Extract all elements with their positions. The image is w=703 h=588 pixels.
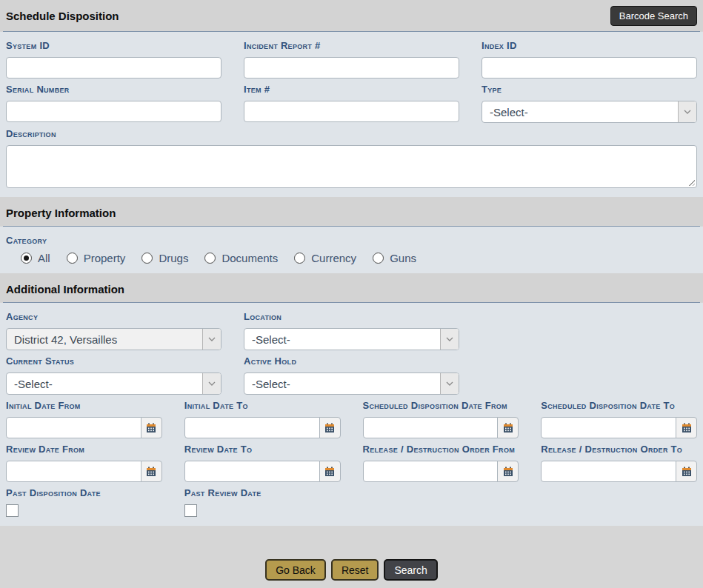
- review-date-to-input[interactable]: [184, 461, 320, 482]
- system-id-input[interactable]: [6, 57, 221, 78]
- radio-icon: [294, 253, 305, 264]
- barcode-search-button[interactable]: Barcode Search: [610, 6, 697, 26]
- radio-label: All: [38, 252, 50, 264]
- active-hold-label: Active Hold: [244, 354, 459, 369]
- past-disposition-date-label: Past Disposition Date: [6, 486, 162, 501]
- calendar-button[interactable]: [497, 417, 519, 438]
- past-review-date-label: Past Review Date: [184, 486, 341, 501]
- type-select[interactable]: -Select-: [482, 101, 697, 123]
- incident-report-input[interactable]: [244, 57, 459, 78]
- calendar-button[interactable]: [497, 461, 519, 482]
- field-incident-report: Incident Report #: [244, 35, 459, 78]
- scheduled-disposition-date-to-label: Scheduled Disposition Date To: [541, 398, 697, 413]
- radio-label: Guns: [390, 252, 416, 264]
- field-item-number: Item #: [244, 78, 459, 123]
- past-disposition-date-checkbox[interactable]: [6, 504, 19, 517]
- search-button[interactable]: Search: [384, 559, 437, 581]
- field-initial-date-to: Initial Date To: [184, 395, 341, 438]
- release-destruction-order-from-label: Release / Destruction Order From: [363, 442, 519, 457]
- property-information-panel: Category All Property Drugs Documents Cu…: [0, 227, 703, 273]
- field-active-hold: Active Hold -Select-: [244, 350, 459, 395]
- serial-number-label: Serial Number: [6, 82, 221, 97]
- active-hold-select-value: -Select-: [244, 378, 440, 390]
- radio-icon: [373, 253, 384, 264]
- system-id-label: System ID: [6, 39, 221, 53]
- review-date-to-label: Review Date To: [184, 442, 341, 457]
- chevron-down-icon: [202, 329, 221, 350]
- index-id-input[interactable]: [482, 57, 697, 78]
- calendar-icon: [324, 423, 335, 433]
- calendar-icon: [503, 467, 513, 477]
- scheduled-disposition-date-to-input[interactable]: [541, 417, 676, 438]
- go-back-button[interactable]: Go Back: [265, 559, 326, 581]
- location-select[interactable]: -Select-: [244, 328, 459, 350]
- type-select-value: -Select-: [482, 106, 678, 118]
- reset-button[interactable]: Reset: [331, 559, 379, 581]
- description-textarea[interactable]: [6, 145, 697, 188]
- radio-category-drugs[interactable]: Drugs: [141, 252, 188, 264]
- item-number-input[interactable]: [244, 101, 459, 122]
- additional-information-title: Additional Information: [6, 283, 697, 295]
- radio-icon: [141, 253, 153, 264]
- calendar-button[interactable]: [319, 461, 341, 482]
- calendar-button[interactable]: [319, 417, 341, 438]
- radio-label: Documents: [221, 252, 278, 264]
- radio-category-property[interactable]: Property: [67, 252, 126, 264]
- chevron-down-icon: [678, 101, 696, 122]
- radio-category-currency[interactable]: Currency: [294, 252, 356, 264]
- field-review-date-from: Review Date From: [6, 438, 162, 482]
- title-bar: Schedule Disposition Barcode Search: [0, 0, 703, 31]
- category-radio-group: All Property Drugs Documents Currency Gu…: [6, 252, 697, 264]
- location-label: Location: [244, 310, 459, 324]
- field-past-disposition-date: Past Disposition Date: [6, 482, 162, 517]
- calendar-button[interactable]: [141, 461, 162, 482]
- location-select-value: -Select-: [244, 333, 440, 346]
- current-status-select[interactable]: -Select-: [6, 372, 221, 395]
- schedule-criteria-panel: System ID Incident Report # Index ID Ser…: [0, 32, 703, 197]
- page-title: Schedule Disposition: [6, 10, 119, 22]
- release-destruction-order-to-label: Release / Destruction Order To: [541, 442, 697, 457]
- agency-select[interactable]: District 42, Versailles: [6, 328, 221, 350]
- field-release-destruction-order-to: Release / Destruction Order To: [541, 438, 697, 482]
- calendar-icon: [146, 467, 156, 477]
- resize-handle[interactable]: [688, 179, 695, 186]
- serial-number-input[interactable]: [6, 101, 221, 122]
- initial-date-from-label: Initial Date From: [6, 398, 162, 413]
- field-index-id: Index ID: [482, 35, 697, 78]
- description-label: Description: [6, 127, 697, 141]
- release-destruction-order-from-input[interactable]: [363, 461, 499, 482]
- field-location: Location -Select-: [244, 306, 459, 350]
- initial-date-to-label: Initial Date To: [184, 398, 341, 413]
- additional-information-header: Additional Information: [0, 273, 703, 302]
- radio-category-guns[interactable]: Guns: [373, 252, 416, 264]
- release-destruction-order-to-input[interactable]: [541, 461, 676, 482]
- radio-icon: [67, 253, 78, 264]
- initial-date-to-input[interactable]: [184, 417, 320, 438]
- type-label: Type: [482, 82, 697, 97]
- radio-category-documents[interactable]: Documents: [204, 252, 278, 264]
- field-agency: Agency District 42, Versailles: [6, 306, 221, 350]
- radio-label: Currency: [311, 252, 356, 264]
- calendar-button[interactable]: [676, 461, 697, 482]
- incident-report-label: Incident Report #: [244, 39, 459, 53]
- past-review-date-checkbox[interactable]: [184, 504, 197, 517]
- field-review-date-to: Review Date To: [184, 438, 341, 482]
- index-id-label: Index ID: [482, 39, 697, 53]
- calendar-button[interactable]: [141, 417, 162, 438]
- agency-select-value: District 42, Versailles: [7, 333, 202, 346]
- field-system-id: System ID: [6, 35, 221, 78]
- radio-icon: [21, 253, 32, 264]
- radio-label: Drugs: [159, 252, 188, 264]
- current-status-label: Current Status: [6, 354, 221, 369]
- footer-actions: Go Back Reset Search: [0, 551, 703, 588]
- active-hold-select[interactable]: -Select-: [244, 372, 459, 395]
- review-date-from-input[interactable]: [6, 461, 141, 482]
- agency-label: Agency: [6, 310, 221, 324]
- calendar-icon: [503, 423, 513, 433]
- scheduled-disposition-date-from-input[interactable]: [363, 417, 499, 438]
- initial-date-from-input[interactable]: [6, 417, 141, 438]
- property-information-title: Property Information: [6, 207, 697, 219]
- field-initial-date-from: Initial Date From: [6, 395, 162, 438]
- radio-category-all[interactable]: All: [21, 252, 50, 264]
- calendar-button[interactable]: [676, 417, 697, 438]
